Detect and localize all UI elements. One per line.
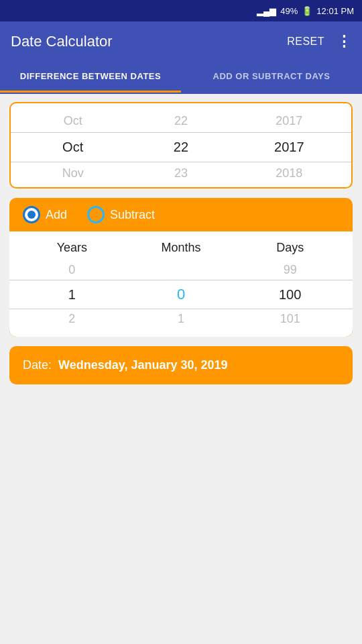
subtract-label: Subtract (110, 208, 155, 222)
add-subtract-row: Add Subtract (9, 198, 353, 231)
years-header: Years (17, 241, 127, 255)
status-bar: ▂▄▆ 49% 🔋 12:01 PM (0, 0, 362, 21)
add-subtract-card: Add Subtract Years Months Days 0 99 (9, 198, 353, 337)
status-icons: ▂▄▆ 49% 🔋 12:01 PM (257, 6, 354, 16)
battery-percentage: 49% (280, 6, 298, 16)
months-below: 1 (127, 312, 236, 326)
spinner-row-selected[interactable]: 1 0 100 (9, 280, 353, 309)
years-below: 2 (17, 312, 127, 326)
subtract-radio[interactable] (87, 206, 105, 223)
date-row-above: Oct 22 2017 (11, 110, 351, 132)
month-below: Nov (19, 166, 127, 180)
tab-add-or-subtract-days[interactable]: ADD OR SUBTRACT DAYS (181, 62, 362, 93)
days-selected: 100 (235, 287, 345, 303)
add-radio[interactable] (23, 206, 40, 223)
date-picker-card: Oct 22 2017 Oct 22 2017 Nov 23 2018 (9, 102, 353, 189)
spinner-row-above: 0 99 (9, 260, 353, 280)
result-value: Wednesday, January 30, 2019 (58, 358, 227, 372)
year-selected: 2017 (235, 140, 343, 155)
battery-icon: 🔋 (302, 6, 312, 16)
year-above: 2017 (235, 114, 343, 128)
day-below: 23 (127, 166, 235, 180)
day-above: 22 (127, 114, 235, 128)
spinner-section: Years Months Days 0 99 1 0 100 2 1 101 (9, 231, 353, 337)
subtract-option[interactable]: Subtract (87, 206, 155, 223)
tab-bar: DIFFERENCE BETWEEN DATES ADD OR SUBTRACT… (0, 62, 362, 94)
years-selected: 1 (17, 287, 127, 303)
add-option[interactable]: Add (23, 206, 67, 223)
month-above: Oct (19, 114, 127, 128)
year-below: 2018 (235, 166, 343, 180)
app-bar: Date Calculator RESET ⋮ (0, 21, 362, 62)
months-header: Months (127, 241, 236, 255)
date-row-selected[interactable]: Oct 22 2017 (11, 132, 351, 162)
date-result-bar: Date: Wednesday, January 30, 2019 (9, 346, 353, 384)
main-content: Oct 22 2017 Oct 22 2017 Nov 23 2018 Add … (0, 94, 362, 644)
tab-difference-between-dates[interactable]: DIFFERENCE BETWEEN DATES (0, 62, 181, 93)
more-options-button[interactable]: ⋮ (337, 33, 351, 50)
days-header: Days (235, 241, 345, 255)
month-selected: Oct (19, 140, 127, 155)
signal-icon: ▂▄▆ (257, 6, 276, 16)
app-bar-actions: RESET ⋮ (287, 33, 351, 50)
day-selected: 22 (127, 140, 235, 155)
result-label: Date: (23, 358, 52, 372)
days-above: 99 (235, 263, 345, 277)
spinner-row-below: 2 1 101 (9, 309, 353, 329)
date-row-below: Nov 23 2018 (11, 162, 351, 184)
add-label: Add (46, 208, 67, 222)
reset-button[interactable]: RESET (287, 36, 324, 48)
time-display: 12:01 PM (316, 6, 354, 16)
days-below: 101 (235, 312, 345, 326)
years-above: 0 (17, 263, 127, 277)
months-selected: 0 (127, 286, 236, 303)
spinner-headers: Years Months Days (9, 237, 353, 260)
app-title: Date Calculator (11, 33, 113, 50)
